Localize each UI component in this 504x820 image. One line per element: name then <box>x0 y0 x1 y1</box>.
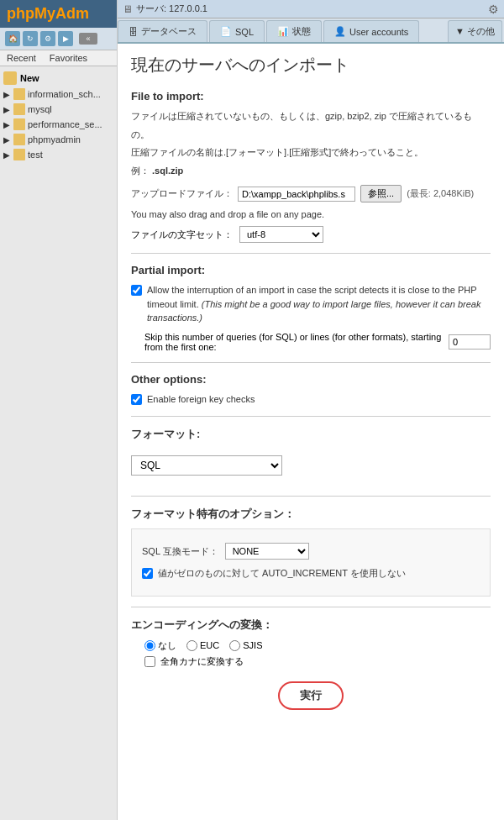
radio-nashi[interactable]: なし <box>144 639 176 652</box>
recent-favorites-bar: Recent Favorites <box>0 50 117 66</box>
window-titlebar: 🖥 サーバ: 127.0.0.1 ⚙ <box>118 0 504 18</box>
fullwidth-checkbox[interactable] <box>144 656 155 667</box>
encoding-radio-row: なし EUC SJIS <box>144 639 491 652</box>
db-name: phpmyadmin <box>28 134 81 145</box>
tab-user-accounts-label: User accounts <box>349 27 408 37</box>
console-icon[interactable]: ▶ <box>58 31 73 46</box>
db-icon <box>13 103 25 115</box>
tab-user-accounts-icon: 👤 <box>334 26 346 37</box>
new-item[interactable]: New <box>0 70 117 87</box>
sidebar-item-test[interactable]: ▶ test <box>0 147 117 162</box>
file-example: 例： .sql.zip <box>131 164 491 179</box>
settings-gear-icon[interactable]: ⚙ <box>488 3 499 16</box>
example-label: 例： <box>131 166 150 176</box>
encoding-label: エンコーディングへの変換： <box>131 618 491 633</box>
other-options-label: Other options: <box>131 373 491 386</box>
db-icon <box>13 134 25 145</box>
file-section-label: File to import: <box>131 90 491 102</box>
tab-sql[interactable]: 📄 SQL <box>209 20 265 42</box>
tab-sql-label: SQL <box>235 27 254 37</box>
tab-more-label: ▼ その他 <box>455 25 495 38</box>
radio-sjis[interactable]: SJIS <box>229 640 262 651</box>
radio-euc-input[interactable] <box>186 640 197 651</box>
home-icon[interactable]: 🏠 <box>5 31 20 46</box>
expand-icon: ▶ <box>3 150 10 160</box>
allow-interruption-checkbox[interactable] <box>131 285 142 296</box>
radio-sjis-input[interactable] <box>229 640 240 651</box>
execute-button[interactable]: 実行 <box>278 681 344 710</box>
tab-user-accounts[interactable]: 👤 User accounts <box>323 20 419 42</box>
allow-interruption-row: Allow the interruption of an import in c… <box>131 283 491 325</box>
sql-compat-label: SQL 互換モード： <box>142 545 218 558</box>
format-options-box: SQL 互換モード： NONE ANSI DB2 MAXDB MYSQL323 … <box>131 528 491 597</box>
format-options-label: フォーマット特有のオプション： <box>131 507 491 522</box>
tab-databases-icon: 🗄 <box>129 27 138 37</box>
page-title: 現在のサーバへのインポート <box>131 54 491 76</box>
format-select[interactable]: SQL CSV JSON XML <box>131 455 282 476</box>
sidebar-item-information-schema[interactable]: ▶ information_sch... <box>0 87 117 102</box>
radio-nashi-label: なし <box>158 639 176 652</box>
skip-row: Skip this number of queries (for SQL) or… <box>144 332 491 352</box>
tab-more[interactable]: ▼ その他 <box>448 20 502 42</box>
tab-databases-label: データベース <box>141 25 197 38</box>
browse-button[interactable]: 参照... <box>360 185 402 202</box>
sidebar-item-performance[interactable]: ▶ performance_se... <box>0 117 117 132</box>
sidebar: phpMyAdm 🏠 ↻ ⚙ ▶ « Recent Favorites New … <box>0 0 118 820</box>
upload-input[interactable] <box>238 187 355 202</box>
charset-row: ファイルの文字セット： utf-8 <box>131 226 491 243</box>
tab-status[interactable]: 📊 状態 <box>266 20 322 42</box>
favorites-tab[interactable]: Favorites <box>43 50 94 66</box>
sidebar-toggle-icon[interactable]: « <box>79 33 97 45</box>
divider-1 <box>131 253 491 254</box>
db-name: mysql <box>28 104 52 114</box>
expand-icon: ▶ <box>3 105 10 114</box>
new-item-label: New <box>20 73 39 83</box>
divider-4 <box>131 496 491 497</box>
radio-euc[interactable]: EUC <box>186 640 219 651</box>
drag-drop-text: You may also drag and drop a file on any… <box>131 209 491 219</box>
upload-label: アップロードファイル： <box>131 187 233 200</box>
db-icon <box>13 149 25 160</box>
refresh-icon[interactable]: ↻ <box>23 31 38 46</box>
skip-label: Skip this number of queries (for SQL) or… <box>144 332 444 352</box>
new-db-icon <box>3 71 17 85</box>
foreign-key-label: Enable foreign key checks <box>147 392 255 407</box>
charset-select[interactable]: utf-8 <box>239 226 323 243</box>
tab-databases[interactable]: 🗄 データベース <box>118 20 207 42</box>
sidebar-toolbar: 🏠 ↻ ⚙ ▶ « <box>0 28 117 50</box>
fullwidth-row: 全角カナに変換する <box>144 655 491 668</box>
logo: phpMyAdm <box>0 0 117 28</box>
tab-bar: 🗄 データベース 📄 SQL 📊 状態 👤 User accounts ▼ その… <box>118 18 504 44</box>
file-description-2: の。 <box>131 128 491 143</box>
skip-input[interactable] <box>449 334 491 350</box>
sidebar-item-mysql[interactable]: ▶ mysql <box>0 102 117 117</box>
foreign-key-row: Enable foreign key checks <box>131 392 491 407</box>
db-name: information_sch... <box>28 89 101 99</box>
settings-icon[interactable]: ⚙ <box>40 31 55 46</box>
tab-status-label: 状態 <box>292 25 311 38</box>
allow-interruption-text: Allow the interruption of an import in c… <box>147 283 491 325</box>
charset-label: ファイルの文字セット： <box>131 229 233 241</box>
auto-increment-checkbox[interactable] <box>142 568 153 579</box>
main-content: 🖥 サーバ: 127.0.0.1 ⚙ 🗄 データベース 📄 SQL 📊 状態 👤… <box>118 0 504 820</box>
divider-2 <box>131 362 491 363</box>
expand-icon: ▶ <box>3 90 10 99</box>
logo-main: MyAdm <box>34 5 89 22</box>
recent-tab[interactable]: Recent <box>0 50 43 66</box>
import-content: 現在のサーバへのインポート File to import: ファイルは圧縮されて… <box>118 44 504 733</box>
tab-sql-icon: 📄 <box>220 26 232 37</box>
partial-section-label: Partial import: <box>131 264 491 276</box>
sql-compat-select[interactable]: NONE ANSI DB2 MAXDB MYSQL323 MYSQL40 MSS… <box>225 543 309 560</box>
file-description-3: 圧縮ファイルの名前は.[フォーマット].[圧縮形式]で終わっていること。 <box>131 145 491 160</box>
auto-increment-row: 値がゼロのものに対して AUTO_INCREMENT を使用しない <box>142 566 480 581</box>
foreign-key-checkbox[interactable] <box>131 394 142 405</box>
logo-prefix: php <box>7 5 34 22</box>
example-value: .sql.zip <box>152 166 183 176</box>
radio-nashi-input[interactable] <box>144 640 155 651</box>
expand-icon: ▶ <box>3 135 10 145</box>
window-title: サーバ: 127.0.0.1 <box>136 3 207 15</box>
radio-sjis-label: SJIS <box>243 640 262 650</box>
upload-row: アップロードファイル： 参照... (最長: 2,048KiB) <box>131 185 491 202</box>
divider-5 <box>131 607 491 607</box>
sidebar-item-phpmyadmin[interactable]: ▶ phpmyadmin <box>0 132 117 147</box>
